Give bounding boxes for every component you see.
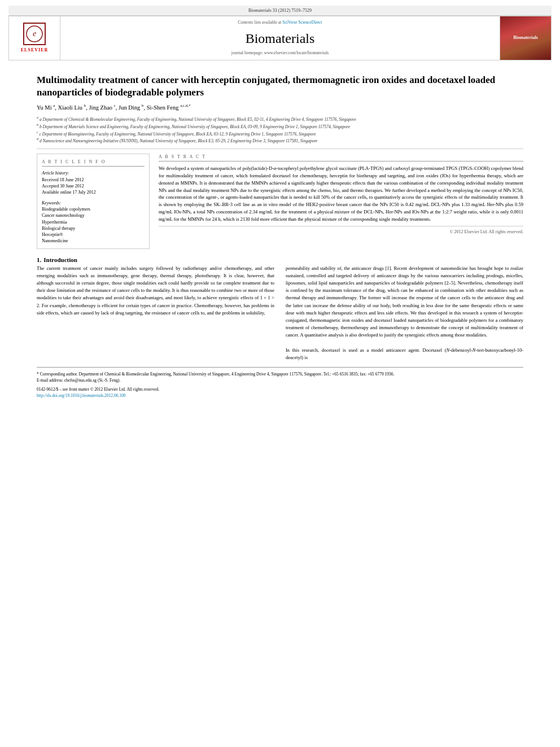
elsevier-wordmark: ELSEVIER [21,47,48,53]
elsevier-emblem-svg: e [24,24,45,44]
page-wrapper: Biomaterials 33 (2012) 7519–7529 e ELSEV… [0,0,560,410]
elsevier-logo-area: e ELSEVIER [9,16,60,60]
intro-col1: The current treatment of cancer mainly i… [37,265,274,361]
abstract-column: A B S T R A C T We developed a system of… [159,154,523,249]
article-info-abstract-row: A R T I C L E I N F O Article history: R… [37,154,523,249]
affiliations: a a Department of Chemical & Biomolecula… [37,115,523,144]
divider-after-affiliations [37,148,523,149]
article-title: Multimodality treatment of cancer with h… [37,74,523,99]
biomaterials-logo-text: Biomaterials [513,35,538,41]
header-inner: e ELSEVIER Contents lists available at S… [9,16,551,60]
header-center-block: Contents lists available at SciVerse Sci… [60,16,500,60]
abstract-label: A B S T R A C T [159,154,523,161]
keyword-0: Biodegradable copolymers [42,206,145,212]
doi-line[interactable]: http://dx.doi.org/10.1016/j.biomaterials… [37,392,523,399]
intro-body: The current treatment of cancer mainly i… [37,265,523,361]
elsevier-emblem: e [23,23,46,45]
keyword-3: Biological therapy [42,225,145,231]
article-info-column: A R T I C L E I N F O Article history: R… [37,154,150,249]
section-title: Introduction [43,256,77,264]
introduction-section: 1. Introduction The current treatment of… [37,256,523,361]
history-label: Article history: [42,170,145,176]
journal-citation: Biomaterials 33 (2012) 7519–7529 [248,8,312,13]
section-number: 1. [37,256,41,264]
keywords-section: Keywords: Biodegradable copolymers Cance… [42,200,145,244]
author-jun-ding: Jun Ding [119,104,140,110]
sciverse-text: Contents lists available at SciVerse Sci… [238,20,322,26]
section-title-row: 1. Introduction [37,256,523,264]
affiliation-b: b b Department of Materials Science and … [37,123,523,130]
author-xiaoli-liu: Xiaoli Liu [58,104,82,110]
intro-col2: permeability and stability of, the antic… [286,265,523,361]
affiliation-d: d d Nanoscience and Nanoengineering Init… [37,137,523,144]
article-info-box: A R T I C L E I N F O Article history: R… [37,154,150,249]
available-date: Available online 17 July 2012 [42,189,145,195]
main-content: Multimodality treatment of cancer with h… [8,60,552,404]
authors-line: Yu Mi a, Xiaoli Liu b, Jing Zhao c, Jun … [37,103,523,112]
journal-homepage: journal homepage: www.elsevier.com/locat… [231,50,329,56]
footnote-area: * Corresponding author. Department of Ch… [37,367,523,399]
intro-col2-text: permeability and stability of, the antic… [286,265,523,339]
sciverse-link[interactable]: SciVerse ScienceDirect [282,20,322,25]
intro-col2-text2: In this research, docetaxel is used as a… [286,347,523,361]
article-info-label: A R T I C L E I N F O [42,159,145,167]
corresponding-author-note: * Corresponding author. Department of Ch… [37,371,523,377]
keywords-label: Keywords: [42,200,145,206]
accepted-date: Accepted 30 June 2012 [42,183,145,189]
abstract-copyright: © 2012 Elsevier Ltd. All rights reserved… [159,226,523,235]
journal-name-heading: Biomaterials [246,27,315,51]
affiliation-a: a a Department of Chemical & Biomolecula… [37,115,523,123]
keyword-1: Cancer nanotechnology [42,212,145,219]
issn-line: 0142-9612/$ – see front matter © 2012 El… [37,386,523,392]
keyword-2: Hyperthermia [42,219,145,225]
keyword-4: Herceptin® [42,231,145,238]
abstract-text: We developed a system of nanoparticles o… [159,165,523,222]
author-yu-mi: Yu Mi [37,104,52,110]
affiliation-c: c c Department of Bioengineering, Facult… [37,130,523,137]
intro-col1-text: The current treatment of cancer mainly i… [37,265,274,317]
received-date: Received 18 June 2012 [42,177,145,183]
outer-wrapper: Biomaterials 33 (2012) 7519–7529 e ELSEV… [0,0,560,410]
email-note: E-mail address: chefss@nus.edu.sg (Si.-S… [37,377,523,383]
svg-text:e: e [33,29,36,38]
biomaterials-logo-area: Biomaterials [500,16,551,60]
keyword-5: Nanomedicine [42,238,145,244]
journal-header: e ELSEVIER Contents lists available at S… [8,16,552,60]
author-jing-zhao: Jing Zhao [89,104,112,110]
author-sishen-feng: Si-Shen Feng [147,104,179,110]
journal-citation-strip: Biomaterials 33 (2012) 7519–7529 [8,6,552,16]
